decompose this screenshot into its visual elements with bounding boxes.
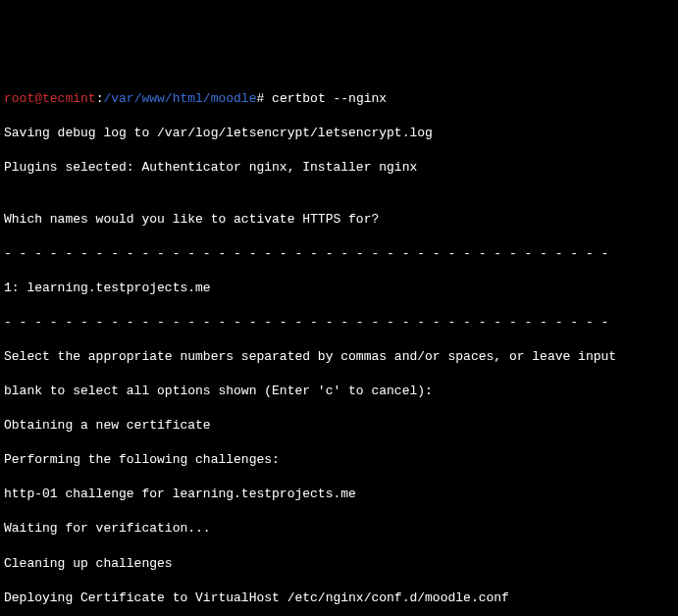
prompt-path: /var/www/html/moodle (103, 91, 256, 106)
output-line: Plugins selected: Authenticator nginx, I… (4, 159, 674, 177)
output-separator: - - - - - - - - - - - - - - - - - - - - … (4, 314, 674, 332)
prompt-user-host: root@tecmint (4, 91, 96, 106)
output-separator: - - - - - - - - - - - - - - - - - - - - … (4, 245, 674, 263)
terminal-output[interactable]: root@tecmint:/var/www/html/moodle# certb… (4, 73, 674, 616)
prompt-hash: # (256, 91, 272, 106)
output-domain-option: 1: learning.testprojects.me (4, 280, 674, 297)
output-line: Waiting for verification... (4, 520, 674, 538)
output-line: Cleaning up challenges (4, 555, 674, 573)
output-line: Saving debug log to /var/log/letsencrypt… (4, 125, 674, 142)
output-line: http-01 challenge for learning.testproje… (4, 486, 674, 503)
output-line: Deploying Certificate to VirtualHost /et… (4, 590, 674, 607)
prompt-line-1: root@tecmint:/var/www/html/moodle# certb… (4, 90, 674, 108)
output-line: Obtaining a new certificate (4, 417, 674, 435)
output-line: Which names would you like to activate H… (4, 211, 674, 229)
command-text: certbot --nginx (272, 91, 387, 106)
output-line: Performing the following challenges: (4, 451, 674, 469)
output-line: Select the appropriate numbers separated… (4, 348, 674, 366)
output-line: blank to select all options shown (Enter… (4, 383, 674, 400)
